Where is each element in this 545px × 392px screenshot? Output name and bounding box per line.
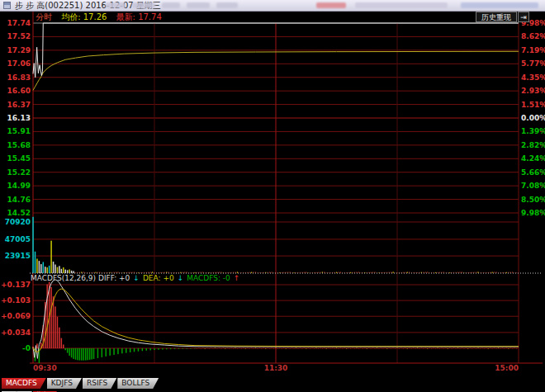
percent-axis-label: 5.77% (521, 59, 544, 68)
percent-axis-label: 4.35% (521, 73, 544, 82)
percent-axis-label: 7.19% (521, 46, 544, 54)
time-label: 11:30 (264, 364, 288, 372)
percent-axis-label: 2.82% (521, 141, 544, 149)
mode-label: 分时 (36, 12, 52, 21)
price-axis-label: 16.83 (2, 73, 31, 82)
time-label: 15:00 (495, 364, 519, 372)
redacted-menu-item (187, 2, 210, 8)
macd-header-segment: ↓ (133, 274, 140, 282)
time-label: 09:30 (33, 364, 57, 372)
macd-histogram (32, 282, 517, 363)
chart-canvas[interactable] (0, 0, 545, 392)
macd-header-segment: ↓ (178, 274, 184, 282)
price-axis-label: 16.37 (2, 101, 31, 109)
percent-axis-label: 1.39% (521, 127, 544, 135)
macd-axis-label: +0.103 (1, 296, 31, 305)
price-axis-label: 15.68 (2, 141, 31, 149)
redacted-menu-item (162, 2, 180, 8)
price-axis-label: 17.06 (2, 59, 31, 68)
macd-header-segment: MACDFS(12,26,9) DIFF: +0 (31, 274, 130, 282)
percent-axis-label: 7.08% (521, 182, 544, 190)
price-axis-label: 15.22 (2, 168, 31, 177)
macd-header: MACDFS(12,26,9) DIFF: +0↓DEA: +0↓MACDFS:… (31, 274, 243, 283)
macd-axis-label: +0.069 (1, 312, 31, 320)
pane-tabs: 分时量指标 (2, 385, 58, 392)
percent-axis-label: 9.98% (521, 209, 544, 217)
price-axis-label: 16.13 (2, 114, 31, 122)
history-replay-button[interactable]: 历史重现 (476, 12, 517, 22)
last-value: 17.74 (138, 12, 162, 21)
price-axis-label: 15.45 (2, 154, 31, 163)
app-window: 步 步 高(002251) 2016-12-07 星期三 分时 均价: 17.2… (0, 0, 545, 392)
price-axis-label: 14.76 (2, 196, 31, 204)
price-axis-label: 15.91 (2, 127, 31, 135)
indicator-tab-rsifs[interactable]: RSIFS (83, 378, 116, 389)
macd-header-segment: DEA: +0 (143, 274, 174, 282)
last-label: 最新: (116, 12, 135, 21)
window-icon (3, 2, 11, 9)
chart-header: 分时 均价: 17.26 最新: 17.74 (36, 12, 162, 22)
redacted-menu-item (461, 2, 538, 8)
price-axis-label: 16.60 (2, 87, 31, 95)
percent-axis-label: 2.93% (521, 87, 544, 95)
percent-axis-label: 5.66% (521, 168, 544, 177)
avg-label: 均价: (61, 12, 80, 21)
price-axis-label: 14.52 (2, 209, 31, 217)
macd-header-segment: ↑ (234, 274, 240, 282)
grid-lines (30, 12, 544, 363)
volume-axis-label: 70920 (2, 218, 31, 226)
macd-axis-label: -0 (1, 344, 31, 352)
macd-axis-label: +0.034 (1, 328, 31, 337)
percent-axis-label: 8.50% (521, 196, 544, 204)
titlebar: 步 步 高(002251) 2016-12-07 星期三 (0, 0, 545, 12)
indicator-tabs: MACDFSKDJFSRSIFSBOLLFS (2, 373, 159, 384)
percent-axis-label: 1.51% (521, 101, 544, 109)
price-axis-label: 17.52 (2, 32, 31, 40)
volume-axis-label: 23915 (2, 252, 31, 260)
skip-to-end-icon[interactable]: ⇥ (518, 12, 529, 22)
volume-bars (32, 217, 517, 273)
volume-axis-label: 47005 (2, 235, 31, 243)
avg-value: 17.26 (83, 12, 107, 21)
macd-header-segment: MACDFS: -0 (187, 274, 230, 282)
macd-axis-label: +0.137 (1, 281, 31, 289)
percent-axis-label: 8.62% (521, 32, 544, 40)
price-axis-label: 14.99 (2, 182, 31, 190)
redacted-menu-item (132, 2, 155, 8)
redacted-menu-item (106, 2, 126, 8)
redacted-menu-item (216, 2, 238, 8)
percent-axis-label: 4.24% (521, 154, 544, 163)
percent-axis-label: 0.00% (521, 114, 544, 122)
price-axis-label: 17.74 (2, 19, 31, 27)
indicator-tab-bollfs[interactable]: BOLLFS (117, 378, 159, 389)
redacted-menu-item (316, 2, 346, 8)
redacted-menu-item (355, 2, 448, 8)
price-axis-label: 17.29 (2, 46, 31, 54)
